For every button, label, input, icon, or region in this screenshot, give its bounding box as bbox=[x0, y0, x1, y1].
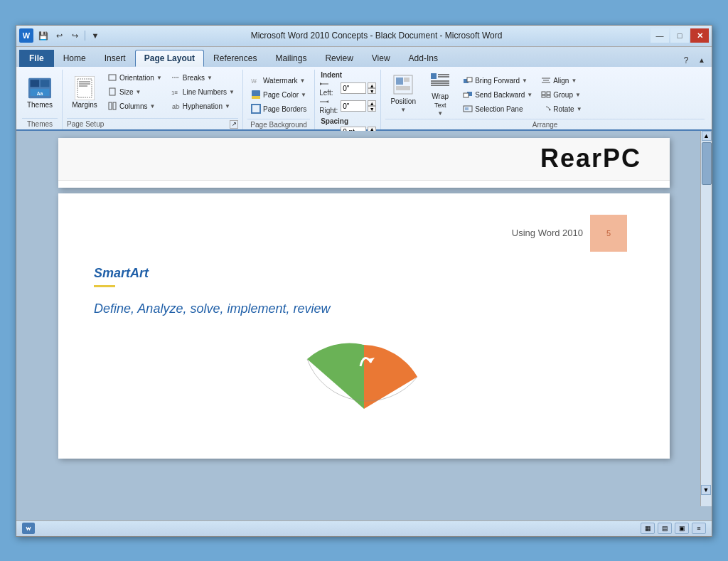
yellow-accent-line bbox=[94, 285, 115, 287]
wrap-text-button[interactable]: Wrap Text ▼ bbox=[422, 71, 458, 115]
tab-review[interactable]: Review bbox=[316, 50, 362, 67]
svg-rect-42 bbox=[465, 107, 469, 110]
view-reading-button[interactable]: ▤ bbox=[658, 523, 672, 534]
wrap-text-icon bbox=[429, 70, 451, 91]
indent-right-up[interactable]: ▲ bbox=[368, 100, 376, 106]
using-word-label: Using Word 2010 bbox=[512, 228, 583, 238]
minimize-button[interactable]: — bbox=[651, 28, 669, 43]
view-web-button[interactable]: ▣ bbox=[675, 523, 689, 534]
indent-right-down[interactable]: ▼ bbox=[368, 106, 376, 112]
themes-content: Aa Themes bbox=[22, 70, 58, 117]
indent-left-down[interactable]: ▼ bbox=[368, 88, 376, 94]
indent-left-input[interactable] bbox=[341, 82, 366, 94]
scroll-thumb[interactable] bbox=[702, 142, 712, 185]
svg-text:Aa: Aa bbox=[37, 91, 43, 96]
page-number-text: 5 bbox=[606, 229, 611, 237]
bring-forward-icon bbox=[463, 75, 473, 85]
line-numbers-button[interactable]: 1≡ Line Numbers▼ bbox=[167, 85, 238, 99]
svg-rect-1 bbox=[31, 80, 40, 87]
maximize-button[interactable]: □ bbox=[670, 28, 689, 43]
page-borders-button[interactable]: Page Borders bbox=[247, 102, 310, 116]
qa-dropdown-button[interactable]: ▼ bbox=[88, 29, 102, 42]
page-background-content: W̶ Watermark▼ Page Color▼ bbox=[247, 70, 310, 117]
tab-home[interactable]: Home bbox=[54, 50, 95, 67]
tab-addins[interactable]: Add-Ins bbox=[400, 50, 447, 67]
tab-view[interactable]: View bbox=[363, 50, 400, 67]
tab-insert[interactable]: Insert bbox=[95, 50, 135, 67]
status-right: ▦ ▤ ▣ ≡ bbox=[641, 523, 706, 534]
arrange-small-group2: Align▼ Group▼ Rotate▼ bbox=[537, 71, 585, 116]
svg-rect-40 bbox=[464, 93, 469, 97]
position-button[interactable]: Position ▼ bbox=[385, 71, 421, 115]
group-page-background: W̶ Watermark▼ Page Color▼ bbox=[245, 70, 315, 129]
group-icon bbox=[541, 90, 551, 100]
indent-left-label: Left: bbox=[319, 80, 339, 97]
page-bg-small-group: W̶ Watermark▼ Page Color▼ bbox=[247, 71, 310, 116]
close-button[interactable]: ✕ bbox=[690, 28, 709, 43]
svg-rect-48 bbox=[542, 95, 545, 97]
breaks-button[interactable]: Breaks▼ bbox=[167, 71, 238, 85]
columns-button[interactable]: Columns▼ bbox=[104, 100, 166, 113]
tab-references[interactable]: References bbox=[204, 50, 266, 67]
define-text: Define, Analyze, solve, implement, revie… bbox=[94, 301, 634, 316]
page-header: RearPC bbox=[58, 138, 670, 181]
indent-left-row: Left: ▲ ▼ bbox=[319, 80, 376, 97]
save-qa-button[interactable]: 💾 bbox=[36, 29, 50, 42]
indent-left-up[interactable]: ▲ bbox=[368, 82, 376, 88]
arrange-small-group: Bring Forward▼ Send Backward▼ bbox=[459, 71, 536, 116]
align-button[interactable]: Align▼ bbox=[537, 74, 585, 87]
svg-rect-12 bbox=[109, 102, 112, 109]
svg-text:1≡: 1≡ bbox=[171, 90, 178, 96]
themes-button[interactable]: Aa Themes bbox=[22, 71, 58, 115]
tab-pagelayout[interactable]: Page Layout bbox=[135, 50, 204, 67]
vertical-scrollbar[interactable]: ▲ ▼ bbox=[700, 131, 712, 506]
view-outline-button[interactable]: ≡ bbox=[692, 523, 706, 534]
send-backward-button[interactable]: Send Backward▼ bbox=[459, 88, 536, 102]
svg-marker-24 bbox=[326, 100, 328, 103]
themes-label: Themes bbox=[27, 101, 53, 109]
breaks-icon bbox=[171, 73, 181, 82]
svg-rect-49 bbox=[547, 95, 550, 97]
ribbon: File Home Insert Page Layout References … bbox=[16, 47, 712, 131]
ribbon-minimize-button[interactable]: ▲ bbox=[695, 54, 709, 67]
view-print-button[interactable]: ▦ bbox=[641, 523, 655, 534]
svg-rect-46 bbox=[542, 92, 545, 95]
hyphenation-button[interactable]: ab- Hyphenation▼ bbox=[167, 100, 238, 113]
undo-qa-button[interactable]: ↩ bbox=[52, 29, 66, 42]
indent-right-input[interactable] bbox=[341, 100, 366, 112]
svg-rect-19 bbox=[252, 96, 260, 99]
watermark-icon: W̶ bbox=[251, 75, 261, 85]
quick-access-toolbar: 💾 ↩ ↪ ▼ bbox=[36, 29, 102, 42]
page-header-text: RearPC bbox=[540, 144, 641, 173]
qa-separator bbox=[85, 31, 85, 41]
orientation-button[interactable]: Orientation▼ bbox=[104, 71, 166, 85]
themes-group-label: Themes bbox=[22, 118, 58, 130]
arrange-group-label: Arrange bbox=[385, 119, 705, 131]
arrange-content: Position ▼ bbox=[385, 70, 705, 117]
svg-text:W̶: W̶ bbox=[251, 78, 257, 85]
svg-rect-13 bbox=[113, 102, 116, 109]
selection-pane-button[interactable]: Selection Pane bbox=[459, 102, 536, 116]
bring-forward-button[interactable]: Bring Forward▼ bbox=[459, 74, 536, 87]
tab-file[interactable]: File bbox=[19, 50, 54, 67]
window-title: Microsoft Word 2010 Concepts - Black Doc… bbox=[102, 31, 651, 41]
tab-mailings[interactable]: Mailings bbox=[266, 50, 316, 67]
group-button[interactable]: Group▼ bbox=[537, 88, 585, 102]
document-scroll-area[interactable]: RearPC Using Word 2010 5 SmartArt bbox=[16, 131, 712, 520]
page-setup-expand-button[interactable]: ↗ bbox=[230, 120, 238, 129]
rotate-button[interactable]: Rotate▼ bbox=[537, 102, 585, 116]
svg-marker-50 bbox=[549, 109, 551, 111]
svg-rect-29 bbox=[404, 78, 410, 82]
watermark-button[interactable]: W̶ Watermark▼ bbox=[247, 74, 310, 87]
margins-button[interactable]: Margins bbox=[67, 71, 102, 115]
redo-qa-button[interactable]: ↪ bbox=[68, 29, 82, 42]
scroll-down-button[interactable]: ▼ bbox=[701, 485, 711, 495]
scroll-up-button[interactable]: ▲ bbox=[702, 131, 712, 141]
themes-icon: Aa bbox=[28, 77, 51, 100]
size-button[interactable]: Size▼ bbox=[104, 85, 166, 99]
ribbon-help-button[interactable]: ? bbox=[679, 54, 693, 67]
line-numbers-icon: 1≡ bbox=[171, 87, 181, 97]
title-bar-left: W 💾 ↩ ↪ ▼ bbox=[19, 28, 102, 43]
document-area: RearPC Using Word 2010 5 SmartArt bbox=[16, 131, 712, 520]
page-color-button[interactable]: Page Color▼ bbox=[247, 88, 310, 102]
